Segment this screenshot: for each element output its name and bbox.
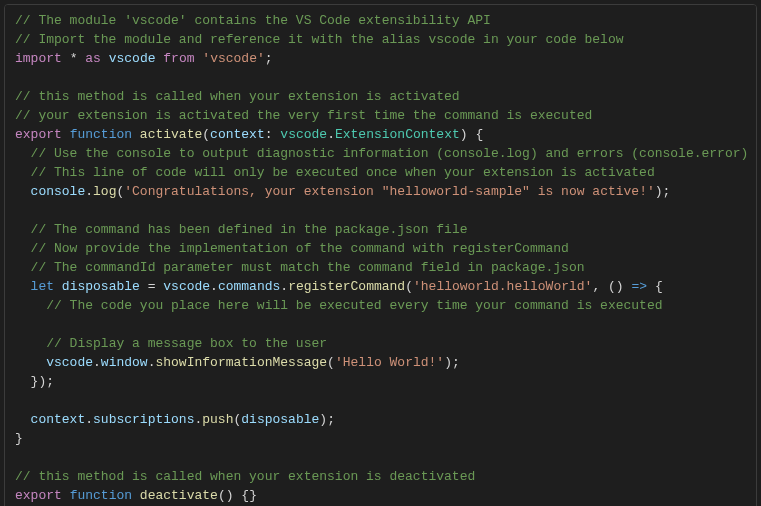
- paren-open: (: [405, 279, 413, 294]
- paren-close: ): [226, 488, 234, 503]
- brace-close: }: [249, 488, 257, 503]
- paren-open: (: [202, 127, 210, 142]
- var-disposable: disposable: [241, 412, 319, 427]
- param-context: context: [31, 412, 86, 427]
- comment: // Import the module and reference it wi…: [15, 32, 624, 47]
- dot: .: [327, 127, 335, 142]
- code-block: // The module 'vscode' contains the VS C…: [4, 4, 757, 506]
- comment: // The code you place here will be execu…: [46, 298, 662, 313]
- function-showinformationmessage: showInformationMessage: [155, 355, 327, 370]
- prop-window: window: [101, 355, 148, 370]
- string-congrats: 'Congratulations, your extension "hellow…: [124, 184, 655, 199]
- var-vscode: vscode: [163, 279, 210, 294]
- dot: .: [85, 184, 93, 199]
- comment: // Now provide the implementation of the…: [31, 241, 569, 256]
- keyword-export: export: [15, 127, 62, 142]
- string-hello: 'Hello World!': [335, 355, 444, 370]
- brace-open: {: [655, 279, 663, 294]
- colon: :: [265, 127, 273, 142]
- string-module: 'vscode': [202, 51, 264, 66]
- dot: .: [280, 279, 288, 294]
- comment: // The command has been defined in the p…: [31, 222, 468, 237]
- equals: =: [148, 279, 156, 294]
- comment: // this method is called when your exten…: [15, 89, 460, 104]
- namespace-vscode: vscode: [280, 127, 327, 142]
- semicolon: ;: [265, 51, 273, 66]
- semicolon: ;: [452, 355, 460, 370]
- arrow: =>: [631, 279, 647, 294]
- keyword-let: let: [31, 279, 54, 294]
- semicolon: ;: [663, 184, 671, 199]
- semicolon: ;: [327, 412, 335, 427]
- star: *: [70, 51, 78, 66]
- dot: .: [85, 412, 93, 427]
- keyword-export: export: [15, 488, 62, 503]
- var-console: console: [31, 184, 86, 199]
- paren-open: (: [218, 488, 226, 503]
- comment: // Display a message box to the user: [46, 336, 327, 351]
- keyword-function: function: [70, 488, 132, 503]
- var-vscode: vscode: [46, 355, 93, 370]
- semicolon: ;: [46, 374, 54, 389]
- param-context: context: [210, 127, 265, 142]
- comment: // your extension is activated the very …: [15, 108, 592, 123]
- brace-open: {: [475, 127, 483, 142]
- comment: // The module 'vscode' contains the VS C…: [15, 13, 491, 28]
- comment: // Use the console to output diagnostic …: [31, 146, 749, 161]
- dot: .: [210, 279, 218, 294]
- brace-open: {: [241, 488, 249, 503]
- prop-commands: commands: [218, 279, 280, 294]
- prop-subscriptions: subscriptions: [93, 412, 194, 427]
- function-registercommand: registerCommand: [288, 279, 405, 294]
- paren-close: ): [460, 127, 468, 142]
- comment: // This line of code will only be execut…: [31, 165, 655, 180]
- type-extensioncontext: ExtensionContext: [335, 127, 460, 142]
- function-log: log: [93, 184, 116, 199]
- brace-close: }: [15, 431, 23, 446]
- paren-close: ): [444, 355, 452, 370]
- keyword-import: import: [15, 51, 62, 66]
- comment: // this method is called when your exten…: [15, 469, 475, 484]
- paren-close: ): [319, 412, 327, 427]
- paren-open: (: [608, 279, 616, 294]
- var-disposable: disposable: [62, 279, 140, 294]
- dot: .: [93, 355, 101, 370]
- function-activate: activate: [140, 127, 202, 142]
- paren-close: ): [655, 184, 663, 199]
- function-push: push: [202, 412, 233, 427]
- var-vscode: vscode: [109, 51, 156, 66]
- paren-open: (: [327, 355, 335, 370]
- function-deactivate: deactivate: [140, 488, 218, 503]
- keyword-function: function: [70, 127, 132, 142]
- keyword-as: as: [85, 51, 101, 66]
- string-cmdid: 'helloworld.helloWorld': [413, 279, 592, 294]
- paren-close: ): [616, 279, 624, 294]
- comma: ,: [592, 279, 600, 294]
- keyword-from: from: [163, 51, 194, 66]
- comment: // The commandId parameter must match th…: [31, 260, 585, 275]
